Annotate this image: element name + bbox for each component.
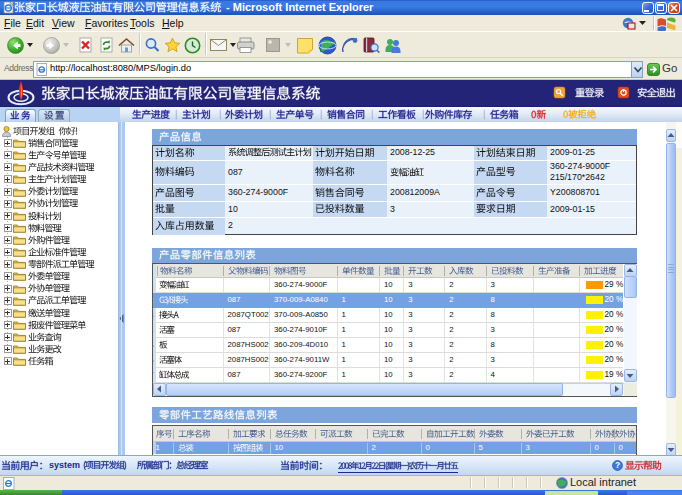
- svg-text:?: ?: [615, 460, 620, 470]
